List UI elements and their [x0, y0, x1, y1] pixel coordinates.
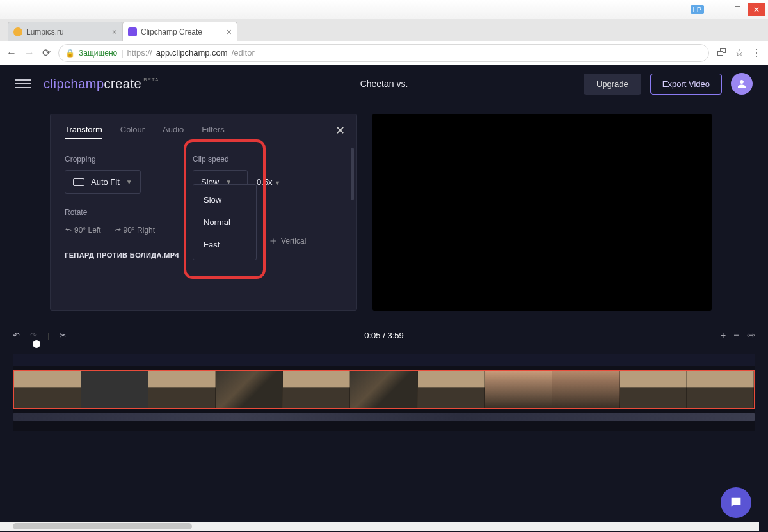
transform-panel: ✕ Transform Colour Audio Filters Croppin…: [50, 114, 357, 311]
url-scheme: https://: [127, 48, 152, 58]
cropping-value: Auto Fit: [91, 177, 120, 187]
user-icon: [736, 78, 748, 90]
chat-icon: [729, 496, 743, 510]
clip-thumbnail[interactable]: [418, 371, 485, 408]
horizontal-scrollbar[interactable]: [0, 522, 759, 531]
flip-vertical-button[interactable]: Vertical: [269, 237, 306, 246]
rotate-label: Rotate: [65, 208, 193, 217]
secure-label: Защищено: [79, 49, 117, 58]
window-close-button[interactable]: ✕: [748, 3, 765, 16]
browser-chrome: Lumpics.ru × Clipchamp Create × ← → ⟳ 🔒 …: [0, 19, 768, 65]
app-root: clipchampcreateBETA Cheetan vs. Upgrade …: [0, 65, 768, 532]
clip-thumbnail[interactable]: [350, 371, 417, 408]
rotate-right-button[interactable]: 90° Right: [114, 226, 156, 235]
browser-tab-active[interactable]: Clipchamp Create ×: [122, 22, 237, 41]
timeline-toolbar: ↶ ↷ | ✂ 0:05 / 3:59 + − ⇿: [0, 322, 768, 348]
speed-multiplier[interactable]: 0.5x ▼: [257, 177, 280, 187]
window-maximize-button[interactable]: ☐: [728, 3, 746, 16]
clip-track[interactable]: [13, 370, 755, 409]
clip-thumbnail[interactable]: [283, 371, 350, 408]
clip-thumbnail[interactable]: [552, 371, 620, 408]
speed-option-normal[interactable]: Normal: [193, 211, 256, 233]
audio-track[interactable]: [13, 413, 755, 421]
app-logo: clipchampcreateBETA: [44, 77, 159, 91]
tab-filters[interactable]: Filters: [202, 125, 224, 139]
clip-thumbnail[interactable]: [148, 371, 216, 408]
clip-thumbnail[interactable]: [485, 371, 552, 408]
flip-vertical-icon: [269, 237, 277, 245]
clip-speed-label: Clip speed: [193, 155, 280, 164]
clip-thumbnail[interactable]: [14, 371, 81, 408]
zoom-in-button[interactable]: +: [720, 329, 726, 341]
clip-thumbnail[interactable]: [687, 371, 754, 408]
split-button[interactable]: ✂: [60, 331, 67, 340]
project-title[interactable]: Cheetan vs.: [360, 79, 408, 89]
chevron-down-icon: ▼: [126, 178, 132, 185]
panel-tabs: Transform Colour Audio Filters: [65, 125, 342, 139]
clip-speed-dropdown: Slow Normal Fast: [193, 184, 257, 260]
panel-scrollbar[interactable]: [351, 148, 354, 200]
clip-thumbnail[interactable]: [81, 371, 148, 408]
address-bar[interactable]: 🔒 Защищено | https://app.clipchamp.com/e…: [58, 44, 709, 62]
reload-icon[interactable]: ⟳: [42, 47, 51, 59]
chat-button[interactable]: [721, 487, 751, 518]
timeline-ruler[interactable]: [13, 354, 755, 366]
window-user-tag: LP: [691, 5, 704, 14]
playhead-line: [36, 344, 36, 450]
zoom-fit-button[interactable]: ⇿: [747, 329, 755, 341]
video-preview[interactable]: [372, 114, 712, 311]
zoom-out-button[interactable]: −: [733, 329, 739, 341]
browser-tab[interactable]: Lumpics.ru ×: [8, 22, 123, 41]
avatar[interactable]: [731, 73, 753, 95]
window-minimize-button[interactable]: —: [709, 3, 727, 16]
tab-audio[interactable]: Audio: [163, 125, 184, 139]
tab-label: Lumpics.ru: [26, 27, 64, 36]
bookmark-icon[interactable]: ☆: [735, 47, 744, 59]
redo-button[interactable]: ↷: [30, 331, 37, 340]
translate-icon[interactable]: 🗗: [717, 47, 727, 59]
tab-transform[interactable]: Transform: [65, 125, 102, 139]
url-path: /editor: [232, 48, 255, 58]
rotate-left-button[interactable]: 90° Left: [65, 226, 101, 235]
clip-thumbnail[interactable]: [216, 371, 283, 408]
url-domain: app.clipchamp.com: [156, 48, 228, 58]
window-titlebar: LP — ☐ ✕: [0, 0, 768, 19]
cropping-label: Cropping: [65, 155, 193, 164]
menu-icon[interactable]: ⋮: [751, 47, 762, 59]
favicon-icon: [13, 27, 22, 36]
close-icon[interactable]: ×: [227, 27, 232, 37]
hamburger-icon[interactable]: [15, 79, 31, 88]
back-icon[interactable]: ←: [6, 47, 17, 59]
tab-label: Clipchamp Create: [141, 27, 202, 36]
close-icon[interactable]: ×: [112, 27, 117, 37]
speed-option-slow[interactable]: Slow: [193, 189, 256, 211]
timeline[interactable]: [13, 354, 755, 431]
clip-thumbnail[interactable]: [620, 371, 687, 408]
upgrade-button[interactable]: Upgrade: [584, 74, 641, 95]
tab-colour[interactable]: Colour: [120, 125, 145, 139]
cropping-select[interactable]: Auto Fit ▼: [65, 170, 141, 194]
time-display: 0:05 / 3:59: [364, 331, 403, 340]
favicon-icon: [128, 27, 137, 36]
speed-option-fast[interactable]: Fast: [193, 233, 256, 256]
forward-icon[interactable]: →: [24, 47, 35, 59]
clip-filename: ГЕПАРД ПРОТИВ БОЛИДА.MP4: [65, 251, 193, 259]
export-video-button[interactable]: Export Video: [650, 74, 722, 95]
app-header: clipchampcreateBETA Cheetan vs. Upgrade …: [0, 65, 768, 102]
close-panel-button[interactable]: ✕: [335, 123, 345, 137]
lock-icon: 🔒: [65, 49, 75, 58]
fit-icon: [73, 178, 84, 186]
undo-button[interactable]: ↶: [13, 331, 20, 340]
